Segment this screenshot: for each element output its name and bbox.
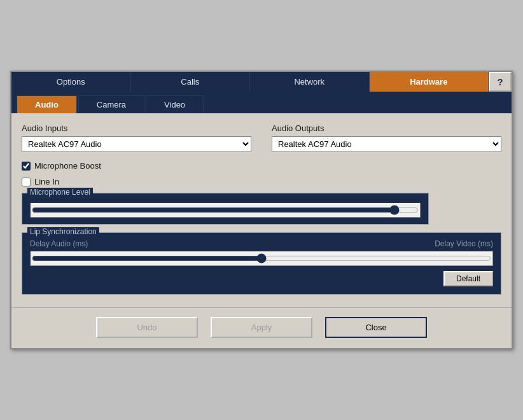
delay-video-label: Delay Video (ms) xyxy=(435,239,493,248)
mic-level-slider-container xyxy=(30,202,421,218)
sub-tab-bar: Audio Camera Video xyxy=(11,92,512,113)
tab-options[interactable]: Options xyxy=(11,72,131,92)
lip-sync-labels: Delay Audio (ms) Delay Video (ms) xyxy=(30,239,493,248)
lip-sync-slider[interactable] xyxy=(32,254,491,263)
microphone-boost-row: Microphone Boost xyxy=(22,161,501,171)
tab-calls[interactable]: Calls xyxy=(131,72,251,92)
line-in-checkbox[interactable] xyxy=(22,178,31,186)
line-in-row: Line In xyxy=(22,177,501,186)
microphone-boost-label: Microphone Boost xyxy=(34,161,101,171)
lip-sync-legend: Lip Synchronization xyxy=(27,227,99,236)
bottom-button-row: Undo Apply Close xyxy=(11,307,512,348)
close-button[interactable]: Close xyxy=(325,317,427,338)
audio-inputs-group: Audio Inputs Realtek AC97 Audio xyxy=(22,123,251,152)
top-tab-bar: Options Calls Network Hardware ? xyxy=(11,72,512,92)
mic-level-legend: Microphone Level xyxy=(27,188,93,197)
audio-outputs-select[interactable]: Realtek AC97 Audio xyxy=(272,136,501,152)
audio-inputs-select[interactable]: Realtek AC97 Audio xyxy=(22,136,251,152)
tab-audio[interactable]: Audio xyxy=(17,95,77,113)
lip-sync-box: Lip Synchronization Delay Audio (ms) Del… xyxy=(22,232,501,295)
help-button[interactable]: ? xyxy=(489,72,512,92)
undo-button[interactable]: Undo xyxy=(96,317,198,338)
delay-audio-label: Delay Audio (ms) xyxy=(30,239,88,248)
lip-sync-slider-row xyxy=(30,251,493,266)
audio-outputs-label: Audio Outputs xyxy=(272,123,501,133)
apply-button[interactable]: Apply xyxy=(211,317,312,338)
tab-hardware[interactable]: Hardware xyxy=(370,72,489,92)
tab-camera[interactable]: Camera xyxy=(78,95,144,113)
dialog: Options Calls Network Hardware ? Audio C… xyxy=(10,71,513,349)
audio-io-row: Audio Inputs Realtek AC97 Audio Audio Ou… xyxy=(22,123,501,152)
mic-level-box: Microphone Level xyxy=(22,193,429,225)
main-content: Audio Inputs Realtek AC97 Audio Audio Ou… xyxy=(11,113,512,307)
tab-network[interactable]: Network xyxy=(250,72,370,92)
microphone-boost-checkbox[interactable] xyxy=(22,162,31,171)
lip-sync-default-row: Default xyxy=(30,271,493,286)
audio-inputs-label: Audio Inputs xyxy=(22,123,251,133)
line-in-label: Line In xyxy=(34,177,59,186)
audio-outputs-group: Audio Outputs Realtek AC97 Audio xyxy=(272,123,501,152)
tab-video[interactable]: Video xyxy=(146,95,204,113)
mic-level-slider[interactable] xyxy=(32,206,419,214)
default-button[interactable]: Default xyxy=(443,271,493,286)
